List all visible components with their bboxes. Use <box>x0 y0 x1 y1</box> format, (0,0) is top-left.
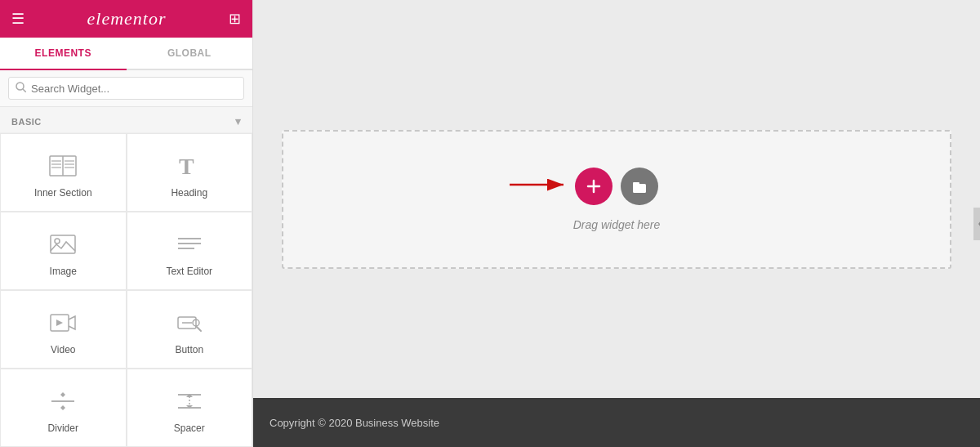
sidebar-header: ☰ elementor ⊞ <box>0 0 252 38</box>
tab-elements[interactable]: ELEMENTS <box>0 38 127 70</box>
widget-heading[interactable]: T Heading <box>127 133 253 212</box>
widget-divider[interactable]: Divider <box>0 369 127 447</box>
canvas-area: Drag widget here <box>253 0 980 398</box>
arrow-indicator <box>510 176 571 197</box>
video-icon <box>48 308 78 337</box>
svg-rect-11 <box>51 235 75 253</box>
heading-icon: T <box>175 151 204 181</box>
svg-rect-34 <box>633 182 639 186</box>
widget-label-divider: Divider <box>48 422 78 434</box>
add-widget-button[interactable] <box>575 168 612 205</box>
tabs-row: ELEMENTS GLOBAL <box>0 38 252 70</box>
search-input[interactable] <box>31 83 237 95</box>
widget-label-spacer: Spacer <box>174 422 205 434</box>
footer-bar: Copyright © 2020 Business Website <box>253 398 980 447</box>
svg-line-1 <box>23 89 26 92</box>
drop-zone[interactable]: Drag widget here <box>282 130 951 269</box>
image-icon <box>48 230 78 259</box>
collapse-handle[interactable] <box>973 208 980 240</box>
btn-row <box>575 168 658 205</box>
divider-icon <box>48 387 78 416</box>
svg-marker-22 <box>60 392 65 397</box>
button-icon <box>175 308 204 337</box>
widget-label-image: Image <box>50 266 77 277</box>
search-wrapper <box>8 77 244 100</box>
copyright-text: Copyright © 2020 Business Website <box>270 417 439 429</box>
inner-section-icon <box>48 151 78 181</box>
template-library-button[interactable] <box>621 168 658 205</box>
widget-text-editor[interactable]: Text Editor <box>127 212 253 290</box>
widget-label-heading: Heading <box>171 187 207 199</box>
widget-label-inner-section: Inner Section <box>34 187 92 199</box>
spacer-icon <box>175 387 204 416</box>
section-basic-header[interactable]: BASIC ▾ <box>0 107 252 133</box>
widget-inner-section[interactable]: Inner Section <box>0 133 127 212</box>
chevron-down-icon: ▾ <box>235 115 242 127</box>
svg-text:T: T <box>179 154 194 179</box>
widget-spacer[interactable]: Spacer <box>127 369 253 447</box>
menu-icon[interactable]: ☰ <box>11 10 24 28</box>
search-row <box>0 70 252 107</box>
text-editor-icon <box>175 230 204 259</box>
widget-label-text-editor: Text Editor <box>166 266 212 277</box>
widgets-grid: Inner Section T Heading Image <box>0 133 252 447</box>
widget-label-button: Button <box>175 344 203 355</box>
widget-label-video: Video <box>51 344 75 355</box>
widget-button[interactable]: Button <box>127 290 253 369</box>
sidebar: ☰ elementor ⊞ ELEMENTS GLOBAL BASIC ▾ <box>0 0 253 447</box>
widget-video[interactable]: Video <box>0 290 127 369</box>
svg-point-12 <box>55 239 60 244</box>
drag-hint: Drag widget here <box>573 218 661 231</box>
widget-image[interactable]: Image <box>0 212 127 290</box>
main-canvas-area: Drag widget here Copyright © 2020 Busine… <box>253 0 980 447</box>
elementor-logo: elementor <box>87 8 167 29</box>
svg-marker-23 <box>60 405 65 410</box>
drop-zone-content: Drag widget here <box>573 168 661 231</box>
svg-marker-17 <box>56 320 63 326</box>
tab-global[interactable]: GLOBAL <box>127 38 253 70</box>
grid-icon[interactable]: ⊞ <box>229 10 241 28</box>
section-basic-label: BASIC <box>11 117 42 127</box>
search-icon <box>16 82 26 95</box>
